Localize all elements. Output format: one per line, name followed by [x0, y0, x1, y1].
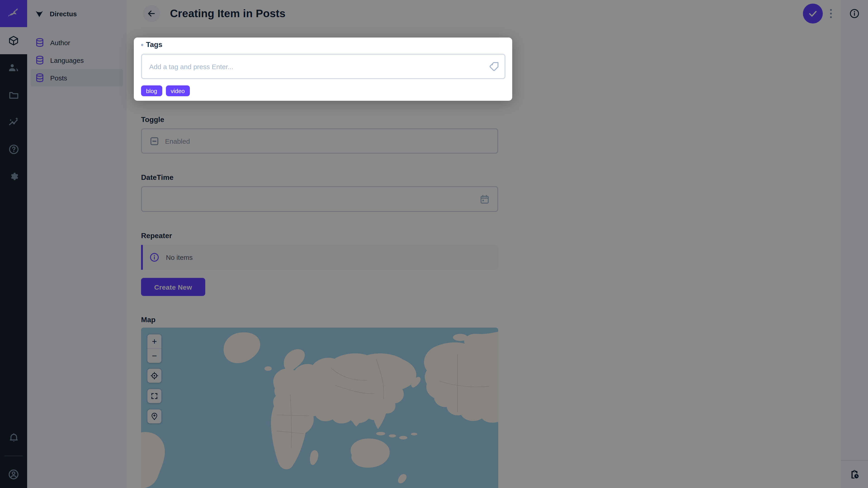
field-label: Tags	[146, 41, 162, 49]
tag-icon	[489, 61, 500, 72]
tag-chips: blog video	[141, 86, 190, 96]
tag-chip[interactable]: blog	[141, 86, 162, 96]
tags-input[interactable]	[141, 54, 505, 79]
tags-label-row: Tags	[141, 41, 162, 49]
tags-field-spotlight: Tags blog video	[134, 37, 512, 101]
tag-chip[interactable]: video	[166, 86, 190, 96]
tags-input-wrap	[141, 54, 505, 79]
required-dot	[141, 43, 143, 46]
app-window: Directus Author Languages	[0, 0, 868, 488]
